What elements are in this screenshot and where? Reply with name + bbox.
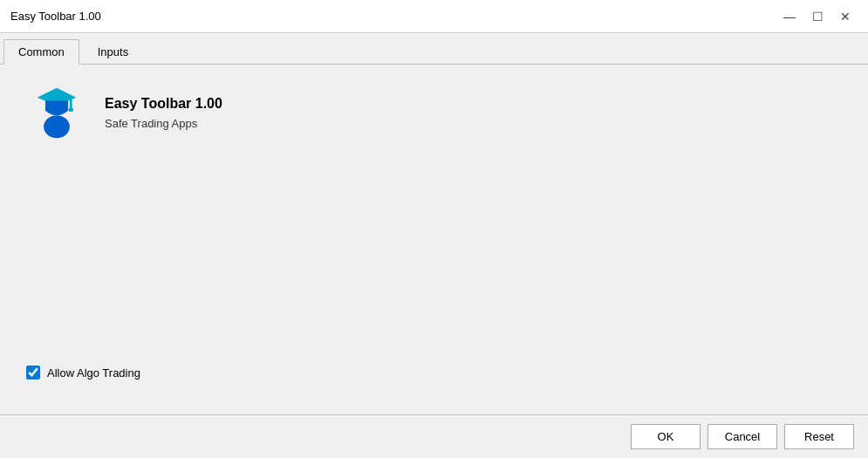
app-info: Easy Toolbar 1.00 Safe Trading Apps: [26, 82, 842, 143]
svg-point-3: [44, 115, 70, 138]
maximize-button[interactable]: ☐: [805, 7, 830, 26]
allow-algo-trading-checkbox[interactable]: [26, 366, 40, 379]
svg-rect-1: [70, 97, 72, 108]
allow-algo-trading-row: Allow Algo Trading: [26, 366, 842, 379]
app-name: Easy Toolbar 1.00: [105, 96, 222, 112]
reset-button[interactable]: Reset: [784, 424, 854, 449]
cancel-button[interactable]: Cancel: [707, 424, 777, 449]
window-title: Easy Toolbar 1.00: [10, 10, 101, 23]
svg-point-2: [68, 107, 73, 112]
content-spacer: [26, 161, 842, 366]
button-bar: OK Cancel Reset: [0, 414, 868, 458]
tab-bar: Common Inputs: [0, 33, 868, 65]
close-button[interactable]: ✕: [833, 7, 858, 26]
tab-inputs[interactable]: Inputs: [83, 39, 143, 65]
window-controls: — ☐ ✕: [777, 7, 858, 26]
app-icon: [26, 82, 87, 143]
tab-common[interactable]: Common: [3, 39, 79, 65]
allow-algo-trading-label[interactable]: Allow Algo Trading: [47, 366, 140, 379]
minimize-button[interactable]: —: [777, 7, 802, 26]
ok-button[interactable]: OK: [631, 424, 701, 449]
app-icon-svg: [31, 85, 83, 141]
title-bar: Easy Toolbar 1.00 — ☐ ✕: [0, 0, 868, 33]
app-text: Easy Toolbar 1.00 Safe Trading Apps: [105, 96, 222, 130]
app-author: Safe Trading Apps: [105, 117, 222, 130]
main-content: Easy Toolbar 1.00 Safe Trading Apps Allo…: [0, 65, 868, 414]
